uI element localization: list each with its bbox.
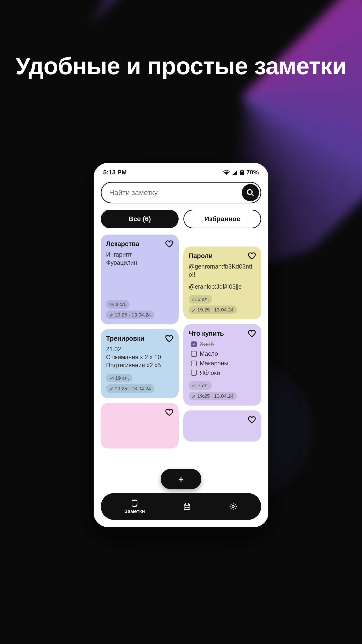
note-card-peek-left[interactable] — [101, 403, 179, 448]
words-badge: Aa7 сл. — [189, 381, 212, 390]
note-card-meds[interactable]: Лекарства Ингарипт Фурацилин Aa3 сл. 19:… — [101, 234, 179, 324]
filter-favorites[interactable]: Избранное — [183, 210, 261, 228]
timestamp-badge: 19:25 · 13.04.24 — [189, 392, 237, 400]
words-badge: Aa3 сл. — [106, 300, 129, 308]
checkbox-icon[interactable] — [191, 351, 197, 357]
svg-rect-2 — [241, 172, 243, 175]
shop-item[interactable]: Хлеб — [189, 340, 256, 348]
search-icon — [246, 188, 255, 197]
search-button[interactable] — [242, 184, 259, 201]
wifi-icon — [223, 170, 230, 175]
checkbox-icon[interactable] — [191, 360, 197, 366]
status-indicators: 70% — [223, 169, 259, 176]
shop-item[interactable]: Масло — [189, 350, 256, 358]
note-body: 21.02 Отжимания x 2 x 10 Подтягивания x2… — [106, 345, 173, 370]
note-card-train[interactable]: Тренировки 21.02 Отжимания x 2 x 10 Подт… — [101, 329, 179, 398]
note-card-peek-right[interactable] — [183, 410, 261, 442]
svg-point-10 — [186, 507, 186, 508]
nav-notes[interactable]: Заметки — [124, 499, 145, 514]
plus-icon — [177, 476, 185, 483]
shop-item[interactable]: Яблоки — [189, 369, 256, 377]
battery-percent: 70% — [246, 169, 259, 176]
note-title: Лекарства — [106, 240, 173, 248]
svg-point-3 — [247, 190, 252, 194]
calendar-icon — [183, 502, 191, 511]
note-card-pass[interactable]: Пароли @genroman:fb3Kd03ntio!! @eraniop:… — [183, 246, 261, 319]
nav-notes-label: Заметки — [124, 508, 145, 514]
signal-icon — [232, 170, 238, 175]
svg-point-11 — [188, 507, 188, 508]
note-body: @genroman:fb3Kd03ntio!! @eraniop:Jdl#!03… — [189, 262, 256, 290]
heart-icon[interactable] — [248, 252, 256, 261]
checkbox-icon[interactable] — [191, 342, 197, 347]
note-card-shop[interactable]: Что купить Хлеб Масло Макароны Яблоки Aa… — [183, 324, 261, 406]
svg-rect-8 — [184, 504, 190, 510]
note-title: Тренировки — [106, 335, 173, 342]
heart-icon[interactable] — [248, 330, 256, 338]
search-input[interactable] — [109, 188, 242, 197]
note-title: Пароли — [189, 252, 256, 260]
heart-icon[interactable] — [165, 240, 173, 249]
svg-point-12 — [232, 506, 234, 508]
heart-icon[interactable] — [165, 334, 173, 344]
timestamp-badge: 19:25 · 13.04.24 — [106, 310, 154, 319]
filter-row: Все (6) Избранное — [101, 210, 261, 228]
gear-icon — [229, 502, 238, 511]
checkbox-icon[interactable] — [191, 370, 197, 376]
svg-rect-1 — [241, 170, 243, 170]
note-title: Что купить — [189, 330, 256, 337]
shop-item[interactable]: Макароны — [189, 360, 256, 368]
nav-calendar[interactable] — [183, 502, 191, 511]
svg-line-4 — [251, 194, 254, 196]
bottom-nav: Заметки — [101, 493, 261, 520]
note-body: Хлеб Масло Макароны Яблоки — [189, 340, 256, 377]
add-note-button[interactable] — [161, 469, 201, 489]
status-time: 5:13 PM — [103, 169, 127, 176]
battery-icon — [240, 170, 244, 176]
timestamp-badge: 19:25 · 13.04.24 — [106, 384, 154, 393]
search-bar[interactable] — [101, 182, 261, 204]
words-badge: Aa19 сл. — [106, 374, 132, 382]
words-badge: Aa3 сл. — [189, 295, 212, 304]
promo-headline: Удобные и простые заметки — [0, 53, 362, 79]
timestamp-badge: 19:25 · 13.04.24 — [189, 306, 237, 314]
heart-icon[interactable] — [248, 416, 256, 425]
note-body: Ингарипт Фурацилин — [106, 250, 173, 267]
notes-icon — [130, 499, 139, 508]
nav-settings[interactable] — [229, 502, 238, 511]
phone-frame: 5:13 PM 70% Все (6) Избранное — [94, 163, 268, 527]
status-bar: 5:13 PM 70% — [94, 163, 268, 178]
heart-icon[interactable] — [165, 408, 173, 417]
filter-all[interactable]: Все (6) — [101, 210, 179, 228]
